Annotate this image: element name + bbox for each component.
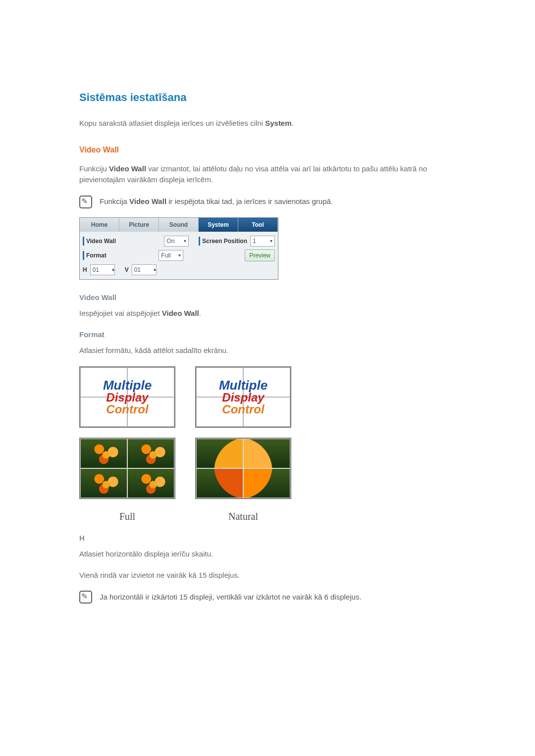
format-diagrams-row2: [79, 438, 456, 499]
note-text: Ja horizontāli ir izkārtoti 15 displeji,…: [100, 592, 362, 603]
value: 01: [93, 265, 99, 274]
tab-tool[interactable]: Tool: [238, 218, 278, 232]
text: Funkciju: [79, 164, 109, 173]
text: .: [199, 309, 201, 317]
label-screen-position: Screen Position: [199, 237, 247, 246]
video-wall-paragraph: Funkciju Video Wall var izmantot, lai at…: [79, 163, 456, 186]
select-screen-position[interactable]: 1: [250, 236, 275, 247]
text-bold: System: [265, 119, 291, 127]
document-page: Sistēmas iestatīšana Kopu sarakstā atlas…: [0, 0, 535, 756]
select-format[interactable]: Full: [159, 250, 183, 261]
caption-row: Full Natural: [79, 509, 456, 524]
value: 1: [253, 237, 256, 246]
note-icon: [79, 591, 92, 604]
tab-home[interactable]: Home: [80, 218, 119, 232]
overlay-line1: Multiple: [103, 379, 152, 392]
format-diagrams-row1: Multiple Display Control Multiple Displa…: [79, 366, 456, 428]
tab-sound[interactable]: Sound: [159, 218, 199, 232]
diagram-full-text: Multiple Display Control: [79, 366, 175, 428]
overlay-line2: Display: [106, 392, 148, 403]
text: ir iespējota tikai tad, ja ierīces ir sa…: [166, 197, 333, 205]
panel-body: Video Wall On Screen Position 1 Format F…: [80, 232, 278, 279]
section-heading-video-wall: Video Wall: [79, 144, 456, 156]
caption-full: Full: [79, 509, 175, 524]
text: Funkcija: [100, 197, 129, 205]
overlay-line2: Display: [222, 392, 264, 403]
subheading-format: Format: [79, 329, 456, 341]
intro-paragraph: Kopu sarakstā atlasiet displeja ierīces …: [79, 118, 456, 129]
label-v: V: [125, 265, 129, 274]
label-format: Format: [83, 251, 107, 260]
preview-button[interactable]: Preview: [245, 250, 275, 261]
label-video-wall: Video Wall: [83, 237, 116, 246]
stepper-v[interactable]: 01: [132, 264, 157, 275]
diagram-natural-text: Multiple Display Control: [195, 366, 291, 428]
diagram-natural-image: [195, 438, 291, 499]
text: Iespējojiet vai atspējojiet: [79, 309, 162, 317]
caption-natural: Natural: [195, 509, 291, 524]
overlay-line3: Control: [222, 403, 264, 415]
value: On: [166, 237, 174, 246]
note-text: Funkcija Video Wall ir iespējota tikai t…: [100, 196, 333, 207]
tab-picture[interactable]: Picture: [119, 218, 159, 232]
note-row: Funkcija Video Wall ir iespējota tikai t…: [79, 196, 456, 208]
value: Full: [161, 251, 170, 260]
diagram-full-image: [79, 438, 175, 499]
overlay-line1: Multiple: [219, 379, 268, 392]
text-bold: Video Wall: [129, 197, 166, 205]
value: 01: [134, 265, 141, 274]
format-paragraph: Atlasiet formātu, kādā attēlot sadalīto …: [79, 345, 456, 356]
select-video-wall[interactable]: On: [164, 236, 189, 247]
text-bold: Video Wall: [162, 309, 199, 317]
stepper-h[interactable]: 01: [90, 264, 115, 275]
text-bold: Video Wall: [109, 164, 146, 173]
settings-panel: Home Picture Sound System Tool Video Wal…: [79, 217, 278, 280]
h-paragraph-2: Vienā rindā var izvietot ne vairāk kā 15…: [79, 570, 456, 581]
note-row-2: Ja horizontāli ir izkārtoti 15 displeji,…: [79, 591, 456, 604]
h-paragraph-1: Atlasiet horizontālo displeja ierīču ska…: [79, 549, 456, 560]
note-icon: [79, 196, 92, 208]
tab-system[interactable]: System: [199, 218, 238, 232]
text: .: [292, 119, 294, 127]
enable-paragraph: Iespējojiet vai atspējojiet Video Wall.: [79, 308, 456, 319]
subheading-video-wall: Video Wall: [79, 292, 456, 303]
page-title: Sistēmas iestatīšana: [79, 89, 456, 105]
label-h: H: [83, 265, 87, 274]
tab-bar: Home Picture Sound System Tool: [80, 218, 278, 232]
subheading-h: H: [79, 533, 456, 544]
overlay-line3: Control: [106, 403, 148, 415]
text: Kopu sarakstā atlasiet displeja ierīces …: [79, 119, 265, 127]
